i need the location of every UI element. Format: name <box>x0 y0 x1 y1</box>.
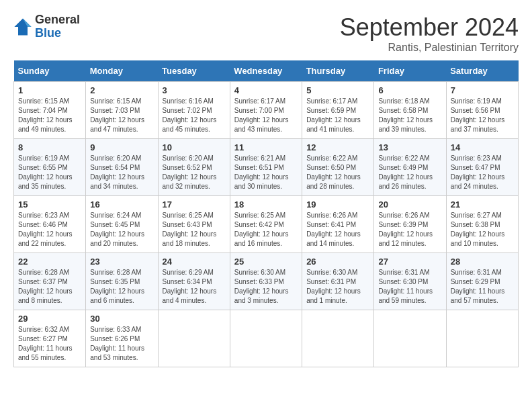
day-number: 9 <box>90 142 153 152</box>
day-number: 20 <box>378 199 441 210</box>
table-row: 5Sunrise: 6:17 AM Sunset: 6:59 PM Daylig… <box>302 82 374 139</box>
table-row <box>158 310 230 367</box>
day-number: 2 <box>90 85 153 95</box>
header-monday: Monday <box>86 60 158 82</box>
day-info: Sunrise: 6:24 AM Sunset: 6:45 PM Dayligh… <box>90 211 153 248</box>
calendar-week-row: 22Sunrise: 6:28 AM Sunset: 6:37 PM Dayli… <box>14 253 519 310</box>
day-number: 17 <box>163 199 226 210</box>
header: General Blue September 2024 Rantis, Pale… <box>13 13 519 54</box>
day-number: 6 <box>378 85 441 95</box>
calendar-week-row: 15Sunrise: 6:23 AM Sunset: 6:46 PM Dayli… <box>14 196 519 253</box>
day-info: Sunrise: 6:26 AM Sunset: 6:39 PM Dayligh… <box>378 211 441 248</box>
table-row: 18Sunrise: 6:25 AM Sunset: 6:42 PM Dayli… <box>230 196 302 253</box>
calendar-week-row: 1Sunrise: 6:15 AM Sunset: 7:04 PM Daylig… <box>14 82 519 139</box>
day-number: 25 <box>234 257 298 267</box>
table-row: 13Sunrise: 6:22 AM Sunset: 6:49 PM Dayli… <box>374 139 446 196</box>
table-row: 26Sunrise: 6:30 AM Sunset: 6:31 PM Dayli… <box>302 253 374 310</box>
day-number: 11 <box>234 142 298 152</box>
table-row: 15Sunrise: 6:23 AM Sunset: 6:46 PM Dayli… <box>14 196 86 253</box>
day-info: Sunrise: 6:31 AM Sunset: 6:29 PM Dayligh… <box>451 268 514 306</box>
day-number: 13 <box>378 142 441 152</box>
table-row: 30Sunrise: 6:33 AM Sunset: 6:26 PM Dayli… <box>86 310 158 367</box>
day-number: 3 <box>163 85 226 95</box>
day-info: Sunrise: 6:20 AM Sunset: 6:52 PM Dayligh… <box>163 154 226 191</box>
day-number: 16 <box>90 199 153 210</box>
day-number: 24 <box>163 257 226 267</box>
day-number: 19 <box>306 199 369 210</box>
day-info: Sunrise: 6:15 AM Sunset: 7:03 PM Dayligh… <box>90 97 153 134</box>
logo-text: General Blue <box>35 13 80 40</box>
day-info: Sunrise: 6:16 AM Sunset: 7:02 PM Dayligh… <box>163 97 226 134</box>
table-row: 29Sunrise: 6:32 AM Sunset: 6:27 PM Dayli… <box>14 310 86 367</box>
day-info: Sunrise: 6:29 AM Sunset: 6:34 PM Dayligh… <box>163 268 226 306</box>
day-info: Sunrise: 6:31 AM Sunset: 6:30 PM Dayligh… <box>378 268 441 306</box>
table-row: 3Sunrise: 6:16 AM Sunset: 7:02 PM Daylig… <box>158 82 230 139</box>
day-info: Sunrise: 6:19 AM Sunset: 6:55 PM Dayligh… <box>18 154 81 191</box>
table-row: 27Sunrise: 6:31 AM Sunset: 6:30 PM Dayli… <box>374 253 446 310</box>
table-row <box>374 310 446 367</box>
day-number: 28 <box>451 257 514 267</box>
day-number: 8 <box>18 142 81 152</box>
day-number: 14 <box>451 142 514 152</box>
table-row: 9Sunrise: 6:20 AM Sunset: 6:54 PM Daylig… <box>86 139 158 196</box>
title-section: September 2024 Rantis, Palestinian Terri… <box>340 13 519 54</box>
table-row: 10Sunrise: 6:20 AM Sunset: 6:52 PM Dayli… <box>158 139 230 196</box>
table-row: 24Sunrise: 6:29 AM Sunset: 6:34 PM Dayli… <box>158 253 230 310</box>
table-row: 28Sunrise: 6:31 AM Sunset: 6:29 PM Dayli… <box>446 253 518 310</box>
day-info: Sunrise: 6:25 AM Sunset: 6:42 PM Dayligh… <box>234 211 298 248</box>
header-saturday: Saturday <box>446 60 518 82</box>
table-row: 19Sunrise: 6:26 AM Sunset: 6:41 PM Dayli… <box>302 196 374 253</box>
table-row: 1Sunrise: 6:15 AM Sunset: 7:04 PM Daylig… <box>14 82 86 139</box>
day-info: Sunrise: 6:28 AM Sunset: 6:35 PM Dayligh… <box>90 268 153 306</box>
day-number: 23 <box>90 257 153 267</box>
header-thursday: Thursday <box>302 60 374 82</box>
day-info: Sunrise: 6:25 AM Sunset: 6:43 PM Dayligh… <box>163 211 226 248</box>
day-number: 18 <box>234 199 298 210</box>
table-row: 11Sunrise: 6:21 AM Sunset: 6:51 PM Dayli… <box>230 139 302 196</box>
day-info: Sunrise: 6:15 AM Sunset: 7:04 PM Dayligh… <box>18 97 81 134</box>
table-row <box>446 310 518 367</box>
day-number: 22 <box>18 257 81 267</box>
table-row: 20Sunrise: 6:26 AM Sunset: 6:39 PM Dayli… <box>374 196 446 253</box>
day-info: Sunrise: 6:19 AM Sunset: 6:56 PM Dayligh… <box>451 97 514 134</box>
day-number: 12 <box>306 142 369 152</box>
calendar-week-row: 29Sunrise: 6:32 AM Sunset: 6:27 PM Dayli… <box>14 310 519 367</box>
day-info: Sunrise: 6:23 AM Sunset: 6:47 PM Dayligh… <box>451 154 514 191</box>
table-row: 17Sunrise: 6:25 AM Sunset: 6:43 PM Dayli… <box>158 196 230 253</box>
day-info: Sunrise: 6:28 AM Sunset: 6:37 PM Dayligh… <box>18 268 81 306</box>
day-info: Sunrise: 6:20 AM Sunset: 6:54 PM Dayligh… <box>90 154 153 191</box>
day-info: Sunrise: 6:30 AM Sunset: 6:31 PM Dayligh… <box>306 268 369 306</box>
day-info: Sunrise: 6:26 AM Sunset: 6:41 PM Dayligh… <box>306 211 369 248</box>
logo: General Blue <box>13 13 80 40</box>
day-info: Sunrise: 6:33 AM Sunset: 6:26 PM Dayligh… <box>90 325 153 363</box>
location-subtitle: Rantis, Palestinian Territory <box>340 42 519 54</box>
day-info: Sunrise: 6:22 AM Sunset: 6:49 PM Dayligh… <box>378 154 441 191</box>
table-row: 4Sunrise: 6:17 AM Sunset: 7:00 PM Daylig… <box>230 82 302 139</box>
header-tuesday: Tuesday <box>158 60 230 82</box>
day-number: 15 <box>18 199 81 210</box>
table-row: 12Sunrise: 6:22 AM Sunset: 6:50 PM Dayli… <box>302 139 374 196</box>
calendar-header-row: Sunday Monday Tuesday Wednesday Thursday… <box>14 60 519 82</box>
table-row <box>230 310 302 367</box>
day-number: 30 <box>90 314 153 324</box>
day-info: Sunrise: 6:32 AM Sunset: 6:27 PM Dayligh… <box>18 325 81 363</box>
day-number: 21 <box>451 199 514 210</box>
calendar-table: Sunday Monday Tuesday Wednesday Thursday… <box>13 60 519 367</box>
table-row: 7Sunrise: 6:19 AM Sunset: 6:56 PM Daylig… <box>446 82 518 139</box>
header-wednesday: Wednesday <box>230 60 302 82</box>
table-row: 22Sunrise: 6:28 AM Sunset: 6:37 PM Dayli… <box>14 253 86 310</box>
table-row: 25Sunrise: 6:30 AM Sunset: 6:33 PM Dayli… <box>230 253 302 310</box>
table-row: 23Sunrise: 6:28 AM Sunset: 6:35 PM Dayli… <box>86 253 158 310</box>
table-row: 16Sunrise: 6:24 AM Sunset: 6:45 PM Dayli… <box>86 196 158 253</box>
table-row: 8Sunrise: 6:19 AM Sunset: 6:55 PM Daylig… <box>14 139 86 196</box>
day-info: Sunrise: 6:17 AM Sunset: 6:59 PM Dayligh… <box>306 97 369 134</box>
day-number: 7 <box>451 85 514 95</box>
day-info: Sunrise: 6:17 AM Sunset: 7:00 PM Dayligh… <box>234 97 298 134</box>
table-row: 21Sunrise: 6:27 AM Sunset: 6:38 PM Dayli… <box>446 196 518 253</box>
day-info: Sunrise: 6:23 AM Sunset: 6:46 PM Dayligh… <box>18 211 81 248</box>
day-number: 27 <box>378 257 441 267</box>
day-number: 29 <box>18 314 81 324</box>
day-number: 1 <box>18 85 81 95</box>
table-row <box>302 310 374 367</box>
logo-icon <box>13 17 32 36</box>
